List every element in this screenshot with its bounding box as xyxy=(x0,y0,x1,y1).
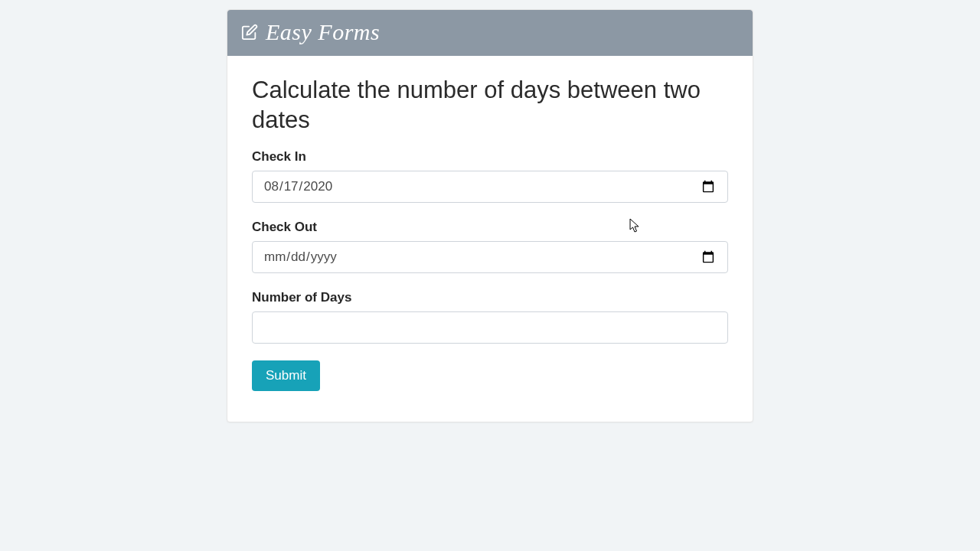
days-label: Number of Days xyxy=(252,290,728,305)
days-input[interactable] xyxy=(252,311,728,344)
checkin-input[interactable] xyxy=(252,171,728,203)
checkin-group: Check In xyxy=(252,149,728,203)
days-group: Number of Days xyxy=(252,290,728,344)
card-body: Calculate the number of days between two… xyxy=(227,56,753,422)
brand-title: Easy Forms xyxy=(266,19,380,45)
checkout-label: Check Out xyxy=(252,220,728,235)
checkout-group: Check Out xyxy=(252,220,728,273)
checkout-input[interactable] xyxy=(252,241,728,273)
form-card: Easy Forms Calculate the number of days … xyxy=(227,9,753,422)
page-title: Calculate the number of days between two… xyxy=(252,76,728,135)
edit-icon xyxy=(241,24,258,41)
submit-button[interactable]: Submit xyxy=(252,360,320,391)
checkin-label: Check In xyxy=(252,149,728,165)
card-header: Easy Forms xyxy=(227,10,753,56)
